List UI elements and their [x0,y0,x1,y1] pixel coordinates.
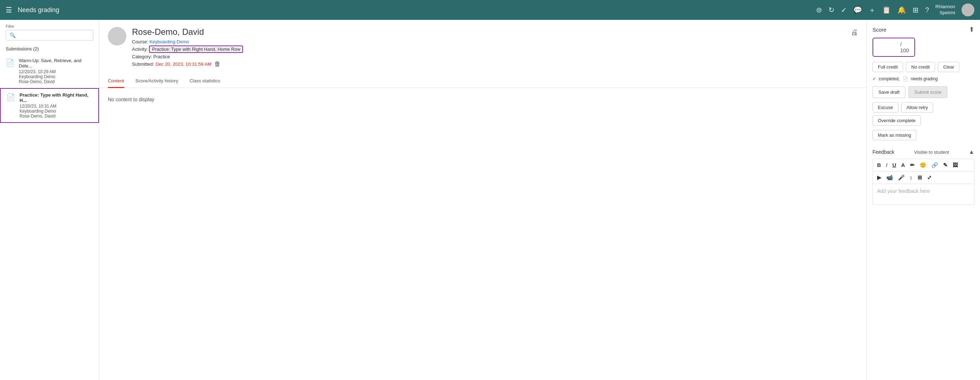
category-label: Category: [132,54,152,59]
course-value[interactable]: Keyboarding Demo [150,39,189,45]
table-icon[interactable]: ⊞ [918,174,922,181]
check-icon[interactable]: ✓ [841,6,847,14]
document-icon: 📄 [6,93,15,102]
delete-icon[interactable]: 🗑 [214,61,221,68]
submitted-value: Dec 20, 2023, 10:31:59 AM [156,61,212,67]
course-label: Course: [132,39,148,45]
tabs: Content Score/Activity history Class sta… [99,75,867,88]
activity-label: Activity: [132,46,148,52]
camera-icon[interactable]: 📹 [886,174,893,181]
main-content: Rose-Demo, David Course: Keyboarding Dem… [99,20,867,380]
feedback-collapse-icon[interactable]: ▲ [969,149,974,155]
needs-grading-text: needs grading [911,77,938,81]
save-draft-button[interactable]: Save draft [872,86,905,98]
extra-buttons: Excuse Allow retry Override complete [872,102,974,126]
chat-icon[interactable]: 💬 [853,6,862,14]
tab-content[interactable]: Content [108,75,124,88]
collapse-icon[interactable]: ⬆ [969,26,974,34]
list-item[interactable]: 📄 Warm-Up: Save, Retrieve, and Dele... 1… [0,54,99,88]
right-panel: Score ⬆ / 100 Full credit No credit Clea… [867,20,980,380]
print-icon[interactable]: 🖨 [851,29,858,37]
score-label: Score [872,27,886,33]
submitted-label: Submitted: [132,61,154,67]
override-complete-button[interactable]: Override complete [872,115,921,126]
edit-icon[interactable]: ✎ [943,162,948,168]
score-input-box[interactable]: / 100 [872,38,915,57]
credit-buttons: Full credit No credit Clear [872,62,974,72]
submission-date: 12/20/23, 10:29 AM [19,69,93,74]
no-content-message: No content to display [108,97,858,102]
search-input[interactable] [18,32,89,38]
link-icon[interactable]: 🔗 [931,162,938,168]
submission-student: Rose-Demo, David [19,113,92,119]
submission-title: Practice: Type with Right Hand, H... [19,93,92,103]
student-name: Rose-Demo, David [132,27,845,37]
bold-icon[interactable]: B [877,162,881,168]
emoji-icon[interactable]: 🙂 [920,162,926,168]
submission-student: Rose-Demo, David [19,79,93,84]
text-color-icon[interactable]: A [901,162,905,168]
filter-icon[interactable]: ⊜ [816,6,822,14]
excuse-button[interactable]: Excuse [872,102,898,113]
no-credit-button[interactable]: No credit [906,62,935,72]
submission-date: 12/20/23, 10:31 AM [19,104,92,109]
image-icon[interactable]: 🖼 [953,162,958,168]
visible-to-student-label: Visible to student [914,150,949,155]
feedback-section: Feedback Visible to student ▲ B I U A ✏ … [872,149,974,205]
action-buttons: Save draft Submit score [872,86,974,98]
filter-label: Filter [6,24,93,29]
mark-missing-button[interactable]: Mark as missing [872,130,916,140]
list-item[interactable]: 📄 Practice: Type with Right Hand, H... 1… [0,88,99,123]
document-icon: 📄 [6,59,14,67]
status-row: ✓ completed, 📄 needs grading [872,77,974,81]
completed-check-icon: ✓ [872,77,876,81]
submission-course: Keyboarding Demo [19,74,93,79]
page-title: Needs grading [18,6,59,14]
full-credit-button[interactable]: Full credit [872,62,903,72]
feedback-placeholder: Add your feedback here [877,188,930,194]
activity-value: Practice: Type with Right Hand, Home Row [149,45,243,53]
top-nav: ☰ Needs grading ⊜ ↻ ✓ 💬 ＋ 📋 🔔 ⊞ ? Rhiann… [0,0,980,20]
grading-icon: 📄 [903,77,908,81]
menu-icon[interactable]: ☰ [6,6,12,14]
calendar-icon[interactable]: 📋 [882,6,891,14]
category-value: Practice [153,54,170,59]
italic-icon[interactable]: I [886,162,888,168]
help-icon[interactable]: ? [925,6,929,14]
highlight-icon[interactable]: ✏ [910,162,915,168]
microphone-icon[interactable]: 🎤 [898,174,905,181]
score-input[interactable] [877,44,899,50]
grid-icon[interactable]: ⊞ [913,6,919,14]
bell-icon[interactable]: 🔔 [897,6,906,14]
score-max: / 100 [900,41,910,53]
feedback-toolbar-row2: ▶ 📹 🎤 ↕ ⊞ ⤢ [872,171,974,184]
submission-course: Keyboarding Demo [19,109,92,113]
add-icon[interactable]: ＋ [869,5,876,15]
video-play-icon[interactable]: ▶ [877,174,881,181]
student-avatar [108,27,126,45]
completed-text: completed, [879,77,900,81]
underline-icon[interactable]: U [892,162,896,168]
allow-retry-button[interactable]: Allow retry [901,102,934,113]
clear-button[interactable]: Clear [938,62,959,72]
search-box[interactable]: 🔍 [6,30,93,40]
search-icon: 🔍 [10,32,16,38]
submit-score-button[interactable]: Submit score [908,86,947,98]
fullscreen-icon[interactable]: ⤢ [927,174,932,181]
sidebar: Filter 🔍 Submissions (2) 📄 Warm-Up: Save… [0,20,99,380]
tab-score-history[interactable]: Score/Activity history [135,75,178,88]
avatar [962,3,974,16]
submissions-header: Submissions (2) [0,43,99,54]
formula-icon[interactable]: ↕ [910,174,913,181]
tab-class-statistics[interactable]: Class statistics [189,75,220,88]
refresh-icon[interactable]: ↻ [829,6,835,14]
feedback-toolbar-row1: B I U A ✏ 🙂 🔗 ✎ 🖼 [872,159,974,171]
user-name: Rhiannon Spetrini [935,4,955,16]
feedback-label: Feedback [872,149,894,155]
submission-title: Warm-Up: Save, Retrieve, and Dele... [19,58,93,69]
feedback-input-area[interactable]: Add your feedback here [872,184,974,205]
